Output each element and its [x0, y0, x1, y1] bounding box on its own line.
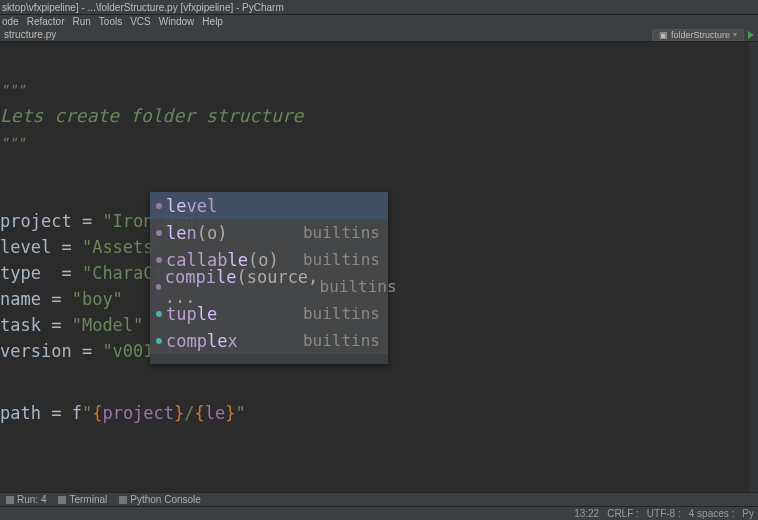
- class-icon: [156, 311, 162, 317]
- autocomplete-item[interactable]: len(o) builtins: [150, 219, 388, 246]
- editor-scrollbar[interactable]: [749, 42, 758, 492]
- cursor-position[interactable]: 13:22: [574, 508, 599, 519]
- code-var: task: [0, 315, 41, 335]
- tool-run[interactable]: Run: 4: [6, 494, 46, 505]
- run-config-selector[interactable]: ▣ folderStructure ▾: [652, 29, 744, 41]
- line-separator[interactable]: CRLF :: [607, 508, 639, 519]
- code-var: name: [0, 289, 41, 309]
- code-editor[interactable]: """ Lets create folder structure """ pro…: [0, 42, 758, 506]
- menu-bar: ode Refactor Run Tools VCS Window Help: [0, 15, 758, 28]
- run-button-icon[interactable]: [748, 31, 754, 39]
- interpreter[interactable]: Py: [742, 508, 754, 519]
- autocomplete-item[interactable]: level: [150, 192, 388, 219]
- status-bar: 13:22 CRLF : UTF-8 : 4 spaces : Py: [0, 506, 758, 520]
- docstring-close: """: [0, 135, 25, 151]
- terminal-icon: [58, 496, 66, 504]
- autocomplete-item[interactable]: compile(source, ... builtins: [150, 273, 388, 300]
- function-icon: [156, 230, 162, 236]
- menu-refactor[interactable]: Refactor: [27, 16, 65, 27]
- tool-python-console[interactable]: Python Console: [119, 494, 201, 505]
- menu-code[interactable]: ode: [2, 16, 19, 27]
- menu-help[interactable]: Help: [202, 16, 223, 27]
- docstring-open: """: [0, 82, 25, 98]
- folder-icon: ▣: [659, 30, 668, 40]
- menu-run[interactable]: Run: [72, 16, 90, 27]
- variable-icon: [156, 203, 162, 209]
- menu-window[interactable]: Window: [159, 16, 195, 27]
- tool-window-bar: Run: 4 Terminal Python Console: [0, 492, 758, 506]
- menu-vcs[interactable]: VCS: [130, 16, 151, 27]
- code-var: version: [0, 341, 72, 361]
- code-var: type: [0, 263, 41, 283]
- chevron-down-icon: ▾: [733, 30, 737, 39]
- class-icon: [156, 338, 162, 344]
- autocomplete-popup[interactable]: level len(o) builtins callable(o) builti…: [150, 192, 388, 364]
- file-encoding[interactable]: UTF-8 :: [647, 508, 681, 519]
- indent-setting[interactable]: 4 spaces :: [689, 508, 735, 519]
- toolbar: structure.py ▣ folderStructure ▾: [0, 28, 758, 42]
- python-icon: [119, 496, 127, 504]
- function-icon: [156, 284, 161, 290]
- window-title: sktop\vfxpipeline] - ...\folderStructure…: [0, 0, 758, 15]
- autocomplete-hint: [150, 354, 388, 364]
- run-tool-icon: [6, 496, 14, 504]
- menu-tools[interactable]: Tools: [99, 16, 122, 27]
- tool-terminal[interactable]: Terminal: [58, 494, 107, 505]
- autocomplete-item[interactable]: complex builtins: [150, 327, 388, 354]
- docstring-text: Lets create folder structure: [0, 105, 303, 126]
- function-icon: [156, 257, 162, 263]
- breadcrumb-file[interactable]: structure.py: [4, 29, 56, 40]
- code-var: level: [0, 237, 51, 257]
- code-var: path: [0, 403, 41, 423]
- code-var: project: [0, 211, 72, 231]
- run-config-label: folderStructure: [671, 30, 730, 40]
